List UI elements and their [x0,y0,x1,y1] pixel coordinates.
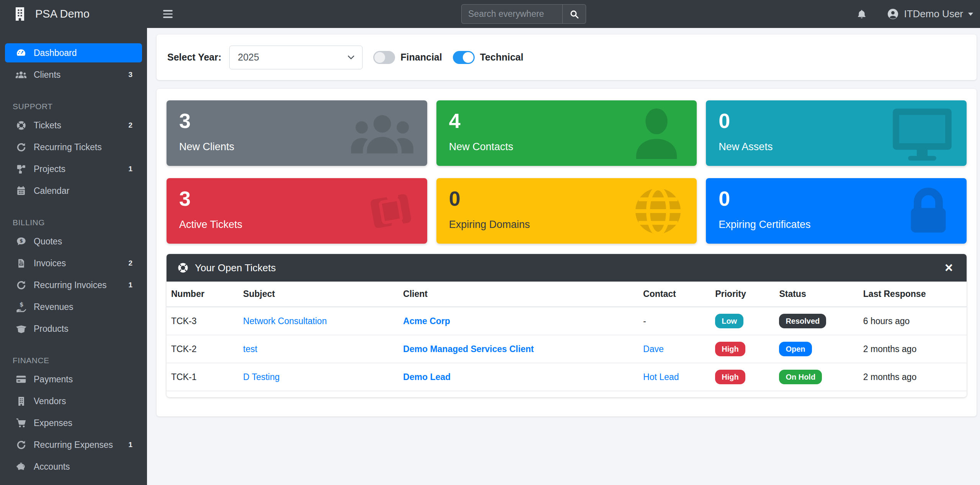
topbar: PSA Demo ITDemo User [0,0,980,28]
stat-card-expiring-domains[interactable]: 0 Expiring Domains [436,178,697,244]
brand-title: PSA Demo [35,8,90,20]
svg-text:$: $ [20,238,23,244]
col-subject: Subject [238,282,399,307]
stat-label: New Contacts [449,141,513,153]
ticket-subject-link[interactable]: D Testing [243,372,279,382]
gauge-icon [14,48,28,58]
ticket-client-link[interactable]: Demo Lead [403,372,451,382]
sidebar-item-label: Tickets [34,120,61,131]
ticket-subject-link[interactable]: test [243,344,257,354]
sidebar-item-label: Recurring Invoices [34,280,106,290]
ticket-client-link[interactable]: Acme Corp [403,316,450,326]
stat-card-new-clients[interactable]: 3 New Clients [167,100,427,166]
ticket-client-link[interactable]: Demo Managed Services Client [403,344,534,354]
sidebar-item-label: Recurring Expenses [34,440,113,450]
col-last-response: Last Response [859,282,967,307]
sidebar-section-finance: FINANCE [0,356,147,365]
col-status: Status [774,282,858,307]
open-tickets-title: Your Open Tickets [195,262,276,274]
ticket-contact-link[interactable]: Dave [643,344,664,354]
user-menu[interactable]: ITDemo User [887,8,973,20]
sidebar-item-products[interactable]: Products [5,319,142,338]
status-badge: Resolved [779,314,826,328]
users-icon [14,70,28,80]
sidebar-item-calendar[interactable]: Calendar [5,181,142,200]
stat-card-new-contacts[interactable]: 4 New Contacts [436,100,697,166]
sidebar-item-tickets[interactable]: Tickets 2 [5,116,142,135]
file-invoice-icon [14,259,28,268]
sidebar-item-vendors[interactable]: Vendors [5,392,142,411]
sidebar-item-recurring-invoices[interactable]: Recurring Invoices 1 [5,275,142,295]
ticket-last-response: 6 hours ago [859,307,967,335]
life-ring-icon [177,262,189,274]
sidebar-item-label: Invoices [34,258,66,269]
open-tickets-header: Your Open Tickets × [167,254,967,282]
sidebar-section-billing: BILLING [0,218,147,227]
sidebar-item-revenues[interactable]: $ Revenues [5,297,142,316]
sidebar-item-label: Clients [34,70,60,80]
sidebar-item-expenses[interactable]: Expenses [5,413,142,433]
sidebar-item-label: Recurring Tickets [34,142,102,152]
stat-card-active-tickets[interactable]: 3 Active Tickets [167,178,427,244]
priority-badge: Low [715,314,743,328]
sidebar-item-label: Revenues [34,302,74,312]
sidebar-item-payments[interactable]: Payments [5,370,142,389]
sidebar-item-label: Products [34,324,69,334]
sidebar-badge: 2 [128,259,132,267]
stat-label: Expiring Domains [449,219,530,231]
sidebar-item-projects[interactable]: Projects 1 [5,159,142,179]
sidebar-item-recurring-expenses[interactable]: Recurring Expenses 1 [5,435,142,454]
sidebar-item-invoices[interactable]: Invoices 2 [5,254,142,273]
topbar-actions: ITDemo User [856,8,980,20]
sidebar-item-label: Vendors [34,396,66,406]
technical-toggle-label: Technical [480,52,523,63]
menu-toggle-icon[interactable] [163,10,173,18]
stat-label: Expiring Certificates [719,219,810,231]
calendar-icon [14,186,28,196]
stat-label: New Assets [719,141,773,153]
ticket-icon [362,182,420,240]
building-icon [14,397,28,406]
user-circle-icon [887,8,899,20]
building-logo-icon [13,6,27,22]
notifications-bell-icon[interactable] [856,9,867,20]
life-ring-icon [14,120,28,131]
sidebar-item-quotes[interactable]: $ Quotes [5,232,142,251]
open-tickets-table: Number Subject Client Contact Priority S… [167,282,967,391]
sidebar-item-label: Calendar [34,186,69,196]
search-input[interactable] [461,4,562,24]
close-icon[interactable]: × [945,261,953,275]
sidebar-item-dashboard[interactable]: Dashboard [5,43,142,62]
col-number: Number [167,282,238,307]
financial-toggle[interactable] [373,51,395,64]
redo-icon [14,280,28,290]
technical-toggle[interactable] [453,51,475,64]
redo-icon [14,440,28,450]
brand[interactable]: PSA Demo [0,6,147,22]
search-button[interactable] [562,4,586,24]
lock-icon [902,184,955,238]
box-open-icon [14,324,28,334]
year-select[interactable]: 2025 [229,46,363,69]
col-priority: Priority [710,282,774,307]
sidebar-item-clients[interactable]: Clients 3 [5,65,142,84]
ticket-subject-link[interactable]: Network Consultation [243,316,327,326]
sidebar-badge: 1 [128,281,132,289]
piggy-bank-icon [14,462,28,472]
stat-card-new-assets[interactable]: 0 New Assets [706,100,967,166]
sidebar-badge: 2 [128,121,132,129]
sidebar-item-recurring-tickets[interactable]: Recurring Tickets [5,138,142,157]
sidebar-item-label: Payments [34,374,73,385]
user-icon [628,105,685,162]
search-icon [569,9,579,19]
sidebar-item-accounts[interactable]: Accounts [5,457,142,476]
sitemap-icon [14,164,28,174]
status-badge: Open [779,342,812,356]
ticket-number: TCK-3 [167,307,238,335]
sidebar-item-label: Accounts [34,462,70,472]
stat-label: Active Tickets [179,219,242,231]
stat-card-expiring-certificates[interactable]: 0 Expiring Certificates [706,178,967,244]
ticket-contact-link[interactable]: Hot Lead [643,372,679,382]
stat-label: New Clients [179,141,234,153]
priority-badge: High [715,342,745,356]
